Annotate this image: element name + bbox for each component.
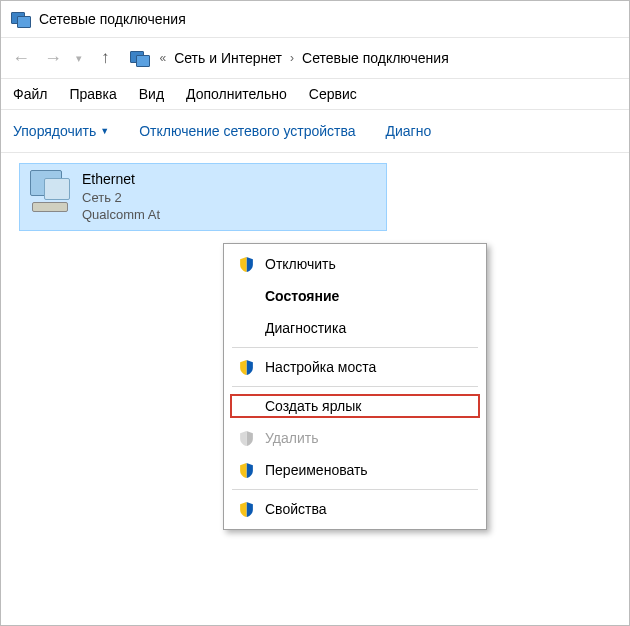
ethernet-adapter-icon: [28, 170, 72, 214]
separator: [232, 489, 478, 490]
ctx-status-label: Состояние: [265, 288, 339, 304]
adapter-item-ethernet[interactable]: Ethernet Сеть 2 Qualcomm At: [19, 163, 387, 231]
separator: [232, 386, 478, 387]
ctx-rename-label: Переименовать: [265, 462, 368, 478]
adapter-name: Ethernet: [82, 170, 160, 189]
separator: [232, 347, 478, 348]
ctx-disable-label: Отключить: [265, 256, 336, 272]
shield-icon: [238, 462, 255, 479]
diagnose-button[interactable]: Диагно: [386, 123, 432, 139]
breadcrumb-item[interactable]: Сетевые подключения: [302, 50, 449, 66]
address-bar[interactable]: « Сеть и Интернет › Сетевые подключения: [130, 49, 449, 67]
ctx-rename[interactable]: Переименовать: [226, 454, 484, 486]
adapter-network: Сеть 2: [82, 189, 160, 207]
window-title: Сетевые подключения: [39, 11, 186, 27]
network-connections-icon: [11, 10, 31, 28]
nav-recent-dropdown[interactable]: ▾: [69, 52, 89, 65]
adapter-device: Qualcomm At: [82, 206, 160, 224]
shield-icon: [238, 430, 255, 447]
ctx-diag-label: Диагностика: [265, 320, 346, 336]
titlebar: Сетевые подключения: [1, 1, 629, 37]
menu-extra[interactable]: Дополнительно: [186, 86, 287, 102]
caret-down-icon: ▼: [100, 126, 109, 136]
menu-file[interactable]: Файл: [13, 86, 47, 102]
menubar: Файл Правка Вид Дополнительно Сервис: [1, 78, 629, 109]
ctx-diagnostics[interactable]: Диагностика: [226, 312, 484, 344]
menu-service[interactable]: Сервис: [309, 86, 357, 102]
ctx-properties[interactable]: Свойства: [226, 493, 484, 525]
content-area: Ethernet Сеть 2 Qualcomm At: [1, 153, 629, 241]
shield-icon: [238, 256, 255, 273]
ctx-disable[interactable]: Отключить: [226, 248, 484, 280]
ctx-create-shortcut[interactable]: Создать ярлык: [226, 390, 484, 422]
shield-icon: [238, 501, 255, 518]
breadcrumb-item[interactable]: Сеть и Интернет: [174, 50, 282, 66]
ctx-bridge[interactable]: Настройка моста: [226, 351, 484, 383]
disable-device-button[interactable]: Отключение сетевого устройства: [139, 123, 355, 139]
nav-forward-button[interactable]: →: [43, 48, 63, 69]
ctx-delete-label: Удалить: [265, 430, 318, 446]
adapter-text: Ethernet Сеть 2 Qualcomm At: [82, 170, 160, 224]
network-icon: [130, 49, 152, 67]
nav-up-button[interactable]: ↑: [101, 48, 110, 68]
explorer-window: Сетевые подключения ← → ▾ ↑ « Сеть и Инт…: [0, 0, 630, 626]
organize-label: Упорядочить: [13, 123, 96, 139]
ctx-props-label: Свойства: [265, 501, 326, 517]
ctx-bridge-label: Настройка моста: [265, 359, 376, 375]
shield-icon: [238, 359, 255, 376]
ctx-shortcut-label: Создать ярлык: [265, 398, 361, 414]
organize-dropdown[interactable]: Упорядочить ▼: [13, 123, 109, 139]
toolbar: Упорядочить ▼ Отключение сетевого устрой…: [1, 109, 629, 153]
ctx-status[interactable]: Состояние: [226, 280, 484, 312]
nav-back-button[interactable]: ←: [11, 48, 31, 69]
ctx-delete: Удалить: [226, 422, 484, 454]
context-menu: Отключить Состояние Диагностика Настройк…: [223, 243, 487, 530]
menu-edit[interactable]: Правка: [69, 86, 116, 102]
chevron-right-icon: ›: [288, 51, 296, 65]
chevron-icon: «: [158, 51, 169, 65]
navbar: ← → ▾ ↑ « Сеть и Интернет › Сетевые подк…: [1, 37, 629, 78]
menu-view[interactable]: Вид: [139, 86, 164, 102]
